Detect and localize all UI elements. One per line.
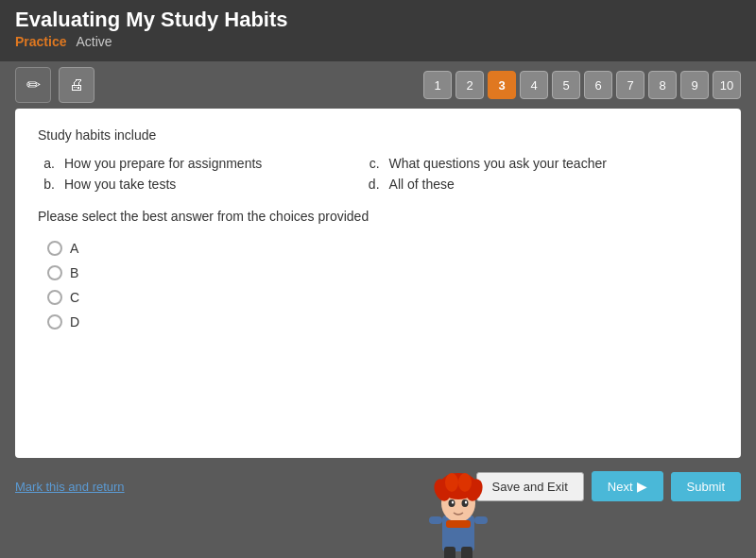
radio-c-circle [47, 290, 62, 305]
printer-icon: 🖨 [69, 76, 84, 93]
page-btn-6[interactable]: 6 [584, 71, 612, 99]
radio-b-circle [47, 265, 62, 280]
choices-table: a. How you prepare for assignments c. Wh… [38, 152, 718, 195]
radio-option-b[interactable]: B [47, 265, 718, 280]
choice-d-letter: d. [365, 175, 384, 194]
page-btn-5[interactable]: 5 [552, 71, 580, 99]
choice-c-text: What questions you ask your teacher [386, 154, 716, 173]
page-btn-3[interactable]: 3 [488, 71, 516, 99]
radio-option-d[interactable]: D [47, 314, 718, 330]
instruction-text: Please select the best answer from the c… [38, 209, 718, 224]
radio-options: A B C D [47, 241, 718, 330]
choices-row-2: b. How you take tests d. All of these [40, 175, 716, 194]
bottom-bar: Mark this and return Save and Exit Next … [0, 462, 756, 511]
page-btn-7[interactable]: 7 [616, 71, 644, 99]
page-btn-8[interactable]: 8 [648, 71, 677, 99]
page-btn-2[interactable]: 2 [455, 71, 484, 99]
pencil-icon: ✏ [26, 75, 41, 95]
next-button[interactable]: Next ▶ [592, 471, 663, 501]
choice-b-text: How you take tests [60, 175, 363, 194]
svg-rect-12 [429, 516, 442, 524]
question-stem: Study habits include [38, 127, 718, 143]
radio-a-label: A [70, 241, 78, 256]
submit-button[interactable]: Submit [671, 472, 741, 501]
choice-d-text: All of these [386, 175, 716, 194]
mark-return-link[interactable]: Mark this and return [15, 480, 125, 494]
choice-a-text: How you prepare for assignments [60, 154, 363, 173]
title-row: Evaluating My Study Habits [15, 8, 288, 32]
choice-a-letter: a. [40, 154, 59, 173]
svg-rect-0 [442, 516, 474, 551]
radio-c-label: C [70, 290, 79, 305]
radio-d-circle [47, 314, 62, 330]
page-btn-9[interactable]: 9 [680, 71, 709, 99]
top-bar: Evaluating My Study Habits Practice Acti… [0, 0, 756, 61]
choices-row-1: a. How you prepare for assignments c. Wh… [40, 154, 716, 173]
save-exit-button[interactable]: Save and Exit [476, 472, 584, 501]
choice-c-letter: c. [365, 154, 384, 173]
pagination: 12345678910 [423, 71, 741, 99]
radio-a-circle [47, 241, 62, 256]
next-label: Next [608, 480, 633, 494]
page-title: Evaluating My Study Habits [15, 8, 288, 32]
question-card: Study habits include a. How you prepare … [15, 109, 741, 458]
page-btn-4[interactable]: 4 [520, 71, 548, 99]
subtitle-row: Practice Active [15, 34, 112, 49]
svg-rect-14 [444, 547, 455, 558]
practice-label: Practice [15, 34, 66, 49]
svg-rect-15 [461, 547, 472, 558]
toolbar: ✏ 🖨 12345678910 [0, 61, 756, 109]
svg-rect-13 [474, 516, 488, 524]
active-label: Active [76, 34, 112, 49]
radio-option-c[interactable]: C [47, 290, 718, 305]
next-arrow-icon: ▶ [637, 479, 647, 494]
choice-b-letter: b. [40, 175, 59, 194]
radio-b-label: B [70, 265, 78, 280]
page-btn-10[interactable]: 10 [713, 71, 741, 99]
print-button[interactable]: 🖨 [59, 67, 94, 103]
pencil-button[interactable]: ✏ [15, 67, 51, 103]
action-buttons: Save and Exit Next ▶ Submit [476, 471, 741, 501]
radio-d-label: D [70, 314, 79, 330]
radio-option-a[interactable]: A [47, 241, 718, 256]
svg-rect-11 [446, 520, 471, 528]
page-btn-1[interactable]: 1 [423, 71, 452, 99]
